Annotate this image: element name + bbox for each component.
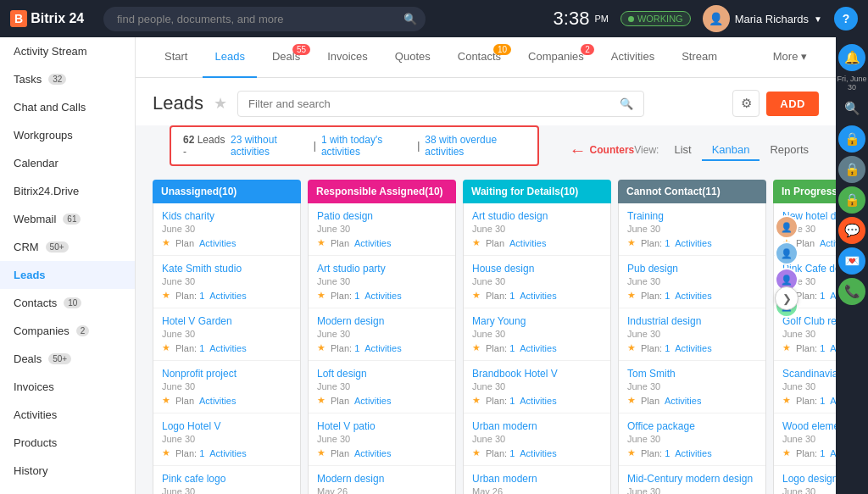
plan-link[interactable]: Plan: 1 (486, 291, 515, 301)
plan-link[interactable]: Plan: 1 (175, 448, 204, 458)
column-header-3[interactable]: Cannot Contact(11) (618, 180, 766, 203)
sidebar-item-contacts[interactable]: Contacts 10 (0, 289, 135, 317)
plan-link[interactable]: Plan: 1 (796, 343, 825, 353)
add-button[interactable]: ADD (766, 92, 819, 116)
kanban-card[interactable]: Modern designMay 26★Plan: 2Activities (309, 466, 455, 494)
working-status[interactable]: WORKING (620, 11, 691, 26)
search-input[interactable] (103, 7, 426, 31)
tab-stream[interactable]: Stream (670, 37, 729, 78)
kanban-card[interactable]: Art studio designJune 30★PlanActivities (464, 203, 610, 256)
notifications-button[interactable]: 🔔 (838, 44, 865, 71)
activities-link[interactable]: Activities (209, 448, 246, 458)
kanban-card[interactable]: Nonprofit projectJune 30★PlanActivities (153, 361, 300, 414)
activities-link[interactable]: Activities (364, 343, 401, 353)
plan-link[interactable]: Plan: 1 (175, 291, 204, 301)
help-button[interactable]: ? (834, 7, 858, 31)
sidebar-item-crm[interactable]: CRM 50+ (0, 233, 135, 261)
filter-search-bar[interactable]: 🔍 (237, 91, 644, 117)
plan-link[interactable]: Plan (175, 238, 194, 248)
activities-link[interactable]: Activities (520, 448, 556, 458)
kanban-card[interactable]: Mary YoungJune 30★Plan: 1Activities (464, 308, 610, 361)
activities-link[interactable]: Activities (354, 396, 391, 406)
tab-quotes[interactable]: Quotes (383, 37, 442, 78)
kanban-card[interactable]: Kate Smith studioJune 30★Plan: 1Activiti… (153, 256, 300, 308)
sidebar-item-products[interactable]: Products (0, 429, 135, 457)
activities-link[interactable]: Activities (509, 238, 546, 248)
sidebar-item-activities[interactable]: Activities (0, 401, 135, 429)
sidebar-item-activity-stream[interactable]: Activity Stream (0, 37, 135, 65)
sidebar-item-sales-funnel[interactable]: Sales funnel (0, 485, 135, 494)
kanban-card[interactable]: Logo Hotel VJune 30★Plan: 1Activities (153, 414, 300, 466)
activities-link[interactable]: Activities (520, 343, 556, 353)
activities-link[interactable]: Activities (820, 238, 836, 248)
tab-more[interactable]: More ▾ (761, 37, 819, 78)
plan-link[interactable]: Plan: 1 (796, 291, 825, 301)
activities-link[interactable]: Activities (675, 343, 711, 353)
activities-link[interactable]: Activities (520, 291, 556, 301)
activities-link[interactable]: Activities (675, 291, 711, 301)
view-kanban[interactable]: Kanban (702, 140, 760, 161)
plan-link[interactable]: Plan (331, 396, 349, 406)
global-search[interactable]: 🔍 (103, 7, 426, 31)
tab-activities[interactable]: Activities (599, 37, 666, 78)
tab-start[interactable]: Start (153, 37, 199, 78)
kanban-card[interactable]: House designJune 30★Plan: 1Activities (464, 256, 610, 308)
plan-link[interactable]: Plan: 1 (331, 343, 359, 353)
phone-icon[interactable]: 📞 (838, 278, 865, 305)
view-list[interactable]: List (664, 140, 701, 161)
activities-link[interactable]: Activities (830, 343, 836, 353)
sidebar-item-leads[interactable]: Leads (0, 261, 135, 289)
activities-link[interactable]: Activities (199, 396, 236, 406)
column-header-2[interactable]: Waiting for Details(10) (463, 180, 611, 203)
plan-link[interactable]: Plan: 1 (331, 291, 359, 301)
mail-icon[interactable]: 💌 (838, 247, 865, 275)
kanban-card[interactable]: Modern designJune 30★Plan: 1Activities (309, 308, 455, 361)
kanban-card[interactable]: Pub designJune 30★Plan: 1Activities (619, 256, 765, 308)
kanban-card[interactable]: Tom SmithJune 30★PlanActivities (619, 361, 765, 414)
sidebar-item-calendar[interactable]: Calendar (0, 149, 135, 177)
kanban-card[interactable]: Hotel V patioJune 30★PlanActivities (309, 414, 455, 466)
plan-link[interactable]: Plan: 1 (796, 396, 825, 406)
activities-link[interactable]: Activities (364, 291, 401, 301)
column-header-0[interactable]: Unassigned(10) (153, 180, 301, 203)
lock-icon-3[interactable]: 🔒 (838, 186, 865, 214)
logo[interactable]: B Bitrix 24 (10, 10, 95, 27)
activities-link[interactable]: Activities (675, 238, 711, 248)
kanban-card[interactable]: TrainingJune 30★Plan: 1Activities (619, 203, 765, 256)
plan-link[interactable]: Plan: 1 (641, 448, 670, 458)
kanban-card[interactable]: Urban modernJune 30★Plan: 1Activities (464, 414, 610, 466)
user-menu[interactable]: 👤 Maria Richards ▼ (703, 5, 822, 32)
kanban-card[interactable]: Wood elementsJune 30★Plan: 1Activities (774, 414, 836, 466)
plan-link[interactable]: Plan: 1 (175, 343, 204, 353)
plan-link[interactable]: Plan (796, 238, 815, 248)
favorite-star-icon[interactable]: ★ (214, 94, 227, 113)
plan-link[interactable]: Plan: 1 (486, 343, 515, 353)
activities-link[interactable]: Activities (199, 238, 236, 248)
activities-link[interactable]: Activities (830, 291, 836, 301)
plan-link[interactable]: Plan: 1 (641, 291, 670, 301)
without-activities-link[interactable]: 23 without activities (231, 134, 309, 158)
activities-link[interactable]: Activities (209, 343, 246, 353)
kanban-card[interactable]: Loft designJune 30★PlanActivities (309, 361, 455, 414)
kanban-card[interactable]: Urban modernMay 26★Plan: 1Activities (464, 466, 610, 494)
activities-link[interactable]: Activities (830, 448, 836, 458)
plan-link[interactable]: Plan: 1 (486, 448, 515, 458)
today-activities-link[interactable]: 1 with today's activities (321, 134, 412, 158)
activities-link[interactable]: Activities (354, 448, 391, 458)
plan-link[interactable]: Plan (331, 238, 349, 248)
overdue-activities-link[interactable]: 38 with overdue activities (425, 134, 525, 158)
sidebar-item-bitrix-drive[interactable]: Bitrix24.Drive (0, 177, 135, 205)
activities-link[interactable]: Activities (209, 291, 246, 301)
kanban-card[interactable]: Mid-Century modern designJune 30★PlanAct… (619, 466, 765, 494)
plan-link[interactable]: Plan: 1 (641, 238, 670, 248)
plan-link[interactable]: Plan (175, 396, 194, 406)
plan-link[interactable]: Plan: 1 (486, 396, 515, 406)
view-reports[interactable]: Reports (760, 140, 819, 161)
plan-link[interactable]: Plan (331, 448, 349, 458)
plan-link[interactable]: Plan: 1 (796, 448, 825, 458)
sidebar-item-history[interactable]: History (0, 457, 135, 485)
kanban-card[interactable]: Patio designJune 30★PlanActivities (309, 203, 455, 256)
sidebar-item-companies[interactable]: Companies 2 (0, 317, 135, 345)
settings-button[interactable]: ⚙ (732, 90, 760, 117)
kanban-card[interactable]: Office packageJune 30★Plan: 1Activities (619, 414, 765, 466)
